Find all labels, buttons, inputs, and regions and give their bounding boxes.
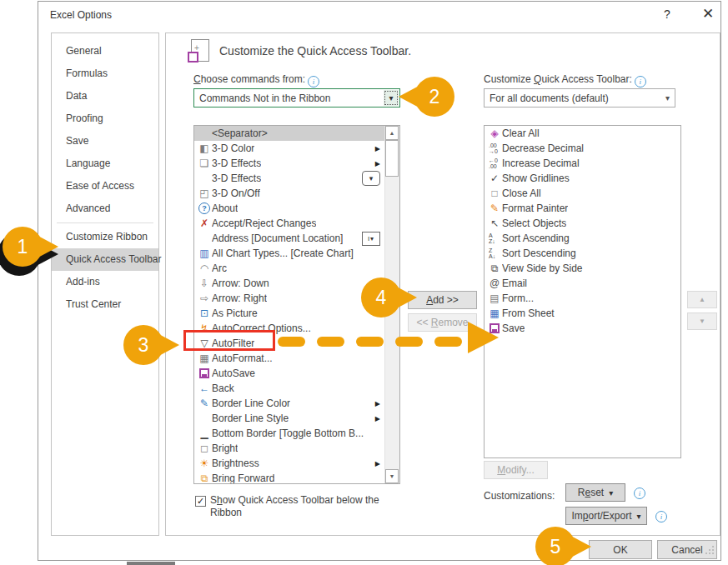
command-decrease-decimal[interactable]: .00 →0Decrease Decimal <box>484 141 680 156</box>
arc-icon: ◠ <box>197 261 212 276</box>
command-separator[interactable]: <Separator> <box>194 126 385 141</box>
sidebar-item-data[interactable]: Data <box>52 85 158 108</box>
3-d-on-off-icon: ◰ <box>197 186 212 201</box>
command-label: About <box>212 202 238 214</box>
command-clear-all[interactable]: ◈Clear All <box>484 126 680 141</box>
sidebar-item-quick-access-toolbar[interactable]: Quick Access Toolbar <box>52 248 158 271</box>
all-chart-types-create-chart-icon: ▥ <box>197 246 212 261</box>
customize-qat-icon <box>191 39 209 62</box>
command-3-d-color[interactable]: ◧3-D Color <box>194 141 385 156</box>
bright-icon: ◻ <box>197 441 212 456</box>
reset-button[interactable]: Reset <box>565 483 625 502</box>
command-label: Back <box>212 382 234 394</box>
sidebar-item-proofing[interactable]: Proofing <box>52 108 158 130</box>
import-export-button[interactable]: Import/Export <box>565 507 647 525</box>
command-label: From Sheet <box>502 308 555 319</box>
command-bring-forward[interactable]: ⧉Bring Forward <box>194 471 385 484</box>
command-label: Arc <box>212 262 227 274</box>
command-bottom-border-toggle-bottom-b[interactable]: ▁Bottom Border [Toggle Bottom B... <box>194 426 385 441</box>
command-increase-decimal[interactable]: ←0 .00Increase Decimal <box>484 156 680 171</box>
bring-forward-icon: ⧉ <box>197 471 212 484</box>
scroll-down-icon[interactable] <box>385 469 399 483</box>
command-label: Sort Descending <box>502 248 576 259</box>
command-format-painter[interactable]: ✎Format Painter <box>484 201 680 216</box>
command-autosave[interactable]: AutoSave <box>194 366 385 381</box>
move-up-button[interactable] <box>687 291 717 308</box>
command-label: Increase Decimal <box>502 158 580 169</box>
options-sidebar: GeneralFormulasDataProofingSaveLanguageE… <box>51 32 159 536</box>
ok-button[interactable]: OK <box>589 540 652 559</box>
sidebar-item-trust-center[interactable]: Trust Center <box>52 293 158 316</box>
customize-qat-dropdown[interactable]: For all documents (default) ▾ <box>484 88 675 108</box>
command-label: Border Line Style <box>212 412 289 424</box>
choose-commands-dropdown[interactable]: Commands Not in the Ribbon <box>193 88 400 108</box>
command-border-line-style[interactable]: Border Line Style <box>194 411 385 426</box>
command-label: Arrow: Down <box>212 278 269 289</box>
resize-grip[interactable] <box>705 546 715 556</box>
command-label: Show Gridlines <box>502 172 570 184</box>
command-label: Brightness <box>212 458 259 469</box>
format-painter-icon: ✎ <box>487 201 502 216</box>
close-icon[interactable]: ✕ <box>699 5 717 22</box>
command-brightness[interactable]: ☀Brightness <box>194 456 385 471</box>
command-bright[interactable]: ◻Bright <box>194 441 385 456</box>
command-autoformat[interactable]: ▦AutoFormat... <box>194 351 385 366</box>
command-about[interactable]: ?About <box>194 201 385 216</box>
command-select-objects[interactable]: ↖Select Objects <box>484 216 680 231</box>
command-form[interactable]: ▤Form... <box>484 291 680 306</box>
command-address-document-location[interactable]: Address [Document Location] <box>194 231 385 246</box>
scroll-up-icon[interactable] <box>385 126 399 140</box>
info-icon[interactable] <box>308 76 319 88</box>
command-3-d-on-off[interactable]: ◰3-D On/Off <box>194 186 385 201</box>
command-arrow-down[interactable]: ⇩Arrow: Down <box>194 276 385 291</box>
command-arc[interactable]: ◠Arc <box>194 261 385 276</box>
sidebar-item-advanced[interactable]: Advanced <box>52 198 158 220</box>
command-border-line-color[interactable]: ✎Border Line Color <box>194 396 385 411</box>
sidebar-item-ease-of-access[interactable]: Ease of Access <box>52 175 158 198</box>
command-label: Clear All <box>502 128 540 139</box>
modify-button[interactable]: Modify... <box>484 461 548 479</box>
sidebar-item-customize-ribbon[interactable]: Customize Ribbon <box>52 226 158 248</box>
show-qat-below-ribbon-checkbox[interactable] <box>195 496 206 507</box>
command-arrow-right[interactable]: ⇨Arrow: Right <box>194 291 385 306</box>
3-d-effects-icon: ❏ <box>197 156 212 171</box>
command-show-gridlines[interactable]: ✓Show Gridlines <box>484 171 680 186</box>
sort-descending-icon: Z A↓ <box>487 248 502 259</box>
move-down-button[interactable] <box>687 312 717 330</box>
command-from-sheet[interactable]: ▦From Sheet <box>484 306 680 321</box>
command-as-picture[interactable]: ⊡As Picture <box>194 306 385 321</box>
decrease-decimal-icon: .00 →0 <box>487 142 502 154</box>
sidebar-item-language[interactable]: Language <box>52 152 158 175</box>
command-all-chart-types-create-chart[interactable]: ▥All Chart Types... [Create Chart] <box>194 246 385 261</box>
info-icon[interactable] <box>634 488 645 499</box>
annotation-dashed-arrow <box>278 337 462 347</box>
callout-step-3: 3 <box>121 323 183 367</box>
sidebar-item-save[interactable]: Save <box>52 130 158 152</box>
command-3-d-effects[interactable]: ❏3-D Effects <box>194 156 385 171</box>
command-email[interactable]: @Email <box>484 276 680 291</box>
info-icon[interactable] <box>655 511 667 522</box>
command-label: 3-D Color <box>212 142 254 154</box>
help-icon[interactable]: ? <box>659 8 675 21</box>
command-3-d-effects[interactable]: 3-D Effects <box>194 171 385 186</box>
sidebar-item-formulas[interactable]: Formulas <box>52 62 158 85</box>
back-icon: ← <box>197 381 212 396</box>
command-label: Arrow: Right <box>212 292 267 304</box>
info-icon[interactable] <box>635 76 646 88</box>
command-label: Select Objects <box>502 218 566 229</box>
command-sort-ascending[interactable]: A Z↓Sort Ascending <box>484 231 680 246</box>
sidebar-item-general[interactable]: General <box>52 40 158 62</box>
command-view-side-by-side[interactable]: ⧉View Side by Side <box>484 261 680 276</box>
command-label: Close All <box>502 188 541 199</box>
command-sort-descending[interactable]: Z A↓Sort Descending <box>484 246 680 261</box>
command-back[interactable]: ←Back <box>194 381 385 396</box>
scrollbar-thumb[interactable] <box>385 140 399 177</box>
command-save[interactable]: Save <box>484 321 680 336</box>
command-label: Accept/Reject Changes <box>212 218 316 229</box>
email-icon: @ <box>487 276 502 291</box>
submenu-arrow-icon <box>375 160 380 168</box>
command-accept-reject-changes[interactable]: ✗Accept/Reject Changes <box>194 216 385 231</box>
command-label: All Chart Types... [Create Chart] <box>212 248 354 259</box>
sidebar-item-add-ins[interactable]: Add-ins <box>52 271 158 293</box>
command-close-all[interactable]: □Close All <box>484 186 680 201</box>
